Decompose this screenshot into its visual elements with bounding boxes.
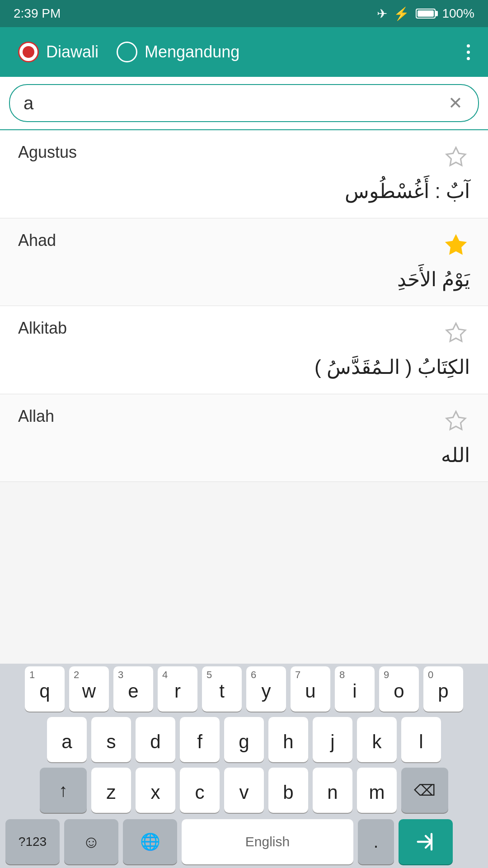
key-i[interactable]: 8 i — [335, 666, 375, 712]
key-num-0: 0 — [428, 669, 433, 681]
key-d[interactable]: d — [136, 717, 175, 762]
key-letter-b: b — [283, 782, 293, 803]
key-t[interactable]: 5 t — [202, 666, 242, 712]
filter-diawali[interactable]: Diawali — [18, 42, 99, 62]
key-letter-h: h — [283, 731, 293, 753]
key-num-2: 2 — [74, 669, 79, 681]
key-letter-l: l — [419, 731, 423, 753]
key-letter-p: p — [438, 680, 448, 702]
key-m[interactable]: m — [357, 768, 397, 813]
space-key[interactable]: English — [182, 819, 353, 864]
key-o[interactable]: 9 o — [379, 666, 419, 712]
key-w[interactable]: 2 w — [69, 666, 109, 712]
key-p[interactable]: 0 p — [423, 666, 463, 712]
search-box: ✕ — [9, 84, 479, 122]
key-letter-u: u — [305, 680, 315, 702]
key-letter-v: v — [239, 782, 249, 803]
key-letter-s: s — [107, 731, 116, 753]
search-input[interactable] — [23, 93, 446, 113]
key-k[interactable]: k — [357, 717, 397, 762]
emoji-key[interactable]: ☺ — [64, 819, 118, 864]
key-num-8: 8 — [339, 669, 345, 681]
key-num-9: 9 — [384, 669, 389, 681]
key-q[interactable]: 1 q — [25, 666, 65, 712]
key-n[interactable]: n — [313, 768, 352, 813]
status-icons: ✈ ⚡ 100% — [377, 6, 474, 21]
battery-percent: 100% — [442, 6, 474, 21]
tab-key[interactable] — [399, 819, 453, 864]
result-indonesian: Ahad — [18, 231, 56, 250]
svg-marker-3 — [446, 411, 465, 429]
radio-diawali — [18, 42, 39, 62]
key-z[interactable]: z — [91, 768, 131, 813]
globe-key[interactable]: 🌐 — [123, 819, 177, 864]
keyboard-bottom-row: ?123 ☺ 🌐 English . — [0, 816, 488, 868]
backspace-icon: ⌫ — [414, 781, 436, 799]
svg-marker-1 — [446, 236, 465, 254]
search-container: ✕ — [0, 77, 488, 130]
keyboard-row-3: ↑ z x c v b n m ⌫ — [0, 765, 488, 816]
result-header: Allah — [18, 407, 470, 437]
key-u[interactable]: 7 u — [291, 666, 330, 712]
key-v[interactable]: v — [224, 768, 264, 813]
star-button[interactable] — [442, 319, 470, 349]
key-f[interactable]: f — [180, 717, 220, 762]
key-letter-r: r — [174, 680, 181, 702]
result-item[interactable]: Agustus آبٌ : أَغُسْطُوس — [0, 130, 488, 218]
key-letter-c: c — [195, 782, 205, 803]
more-menu-button[interactable] — [467, 44, 470, 60]
airplane-icon: ✈ — [377, 6, 387, 21]
key-letter-o: o — [394, 680, 404, 702]
numbers-key[interactable]: ?123 — [5, 819, 60, 864]
key-letter-a: a — [61, 731, 72, 753]
key-a[interactable]: a — [47, 717, 87, 762]
svg-marker-2 — [446, 323, 465, 341]
filter-options: Diawali Mengandung — [18, 42, 239, 62]
clear-button[interactable]: ✕ — [446, 91, 465, 115]
status-time: 2:39 PM — [14, 6, 61, 21]
star-button[interactable] — [442, 143, 470, 173]
radio-mengandung — [117, 42, 137, 62]
key-g[interactable]: g — [224, 717, 264, 762]
filter-mengandung[interactable]: Mengandung — [117, 42, 239, 62]
key-letter-n: n — [327, 782, 338, 803]
key-letter-m: m — [369, 782, 385, 803]
key-x[interactable]: x — [136, 768, 175, 813]
key-r[interactable]: 4 r — [158, 666, 197, 712]
keyboard-row-2: a s d f g h j k l — [0, 714, 488, 765]
battery-indicator — [416, 9, 436, 19]
key-s[interactable]: s — [91, 717, 131, 762]
results-list: Agustus آبٌ : أَغُسْطُوس Ahad يَوْمُ الأ… — [0, 130, 488, 482]
key-j[interactable]: j — [313, 717, 352, 762]
key-num-7: 7 — [295, 669, 300, 681]
key-num-5: 5 — [206, 669, 212, 681]
key-y[interactable]: 6 y — [246, 666, 286, 712]
star-button[interactable] — [442, 407, 470, 437]
filter-mengandung-label: Mengandung — [145, 42, 239, 61]
key-letter-w: w — [82, 680, 96, 702]
key-h[interactable]: h — [268, 717, 308, 762]
key-b[interactable]: b — [268, 768, 308, 813]
key-e[interactable]: 3 e — [113, 666, 153, 712]
key-num-6: 6 — [251, 669, 256, 681]
result-item[interactable]: Ahad يَوْمُ الأَحَدِ — [0, 218, 488, 307]
result-indonesian: Agustus — [18, 143, 77, 162]
key-l[interactable]: l — [401, 717, 441, 762]
shift-key[interactable]: ↑ — [40, 768, 87, 813]
key-letter-x: x — [151, 782, 160, 803]
key-letter-t: t — [219, 680, 225, 702]
key-letter-e: e — [128, 680, 138, 702]
emoji-icon: ☺ — [83, 832, 100, 852]
numbers-label: ?123 — [19, 835, 47, 849]
star-button[interactable] — [442, 231, 470, 261]
key-letter-z: z — [107, 782, 116, 803]
charging-icon: ⚡ — [394, 6, 409, 21]
result-header: Ahad — [18, 231, 470, 261]
result-item[interactable]: Alkitab الكِتَابُ ( الـمُقَدَّسُ ) — [0, 306, 488, 394]
result-item[interactable]: Allah الله — [0, 394, 488, 482]
period-key[interactable]: . — [358, 819, 394, 864]
filter-diawali-label: Diawali — [46, 42, 99, 61]
status-bar: 2:39 PM ✈ ⚡ 100% — [0, 0, 488, 27]
backspace-key[interactable]: ⌫ — [401, 768, 448, 813]
key-c[interactable]: c — [180, 768, 220, 813]
